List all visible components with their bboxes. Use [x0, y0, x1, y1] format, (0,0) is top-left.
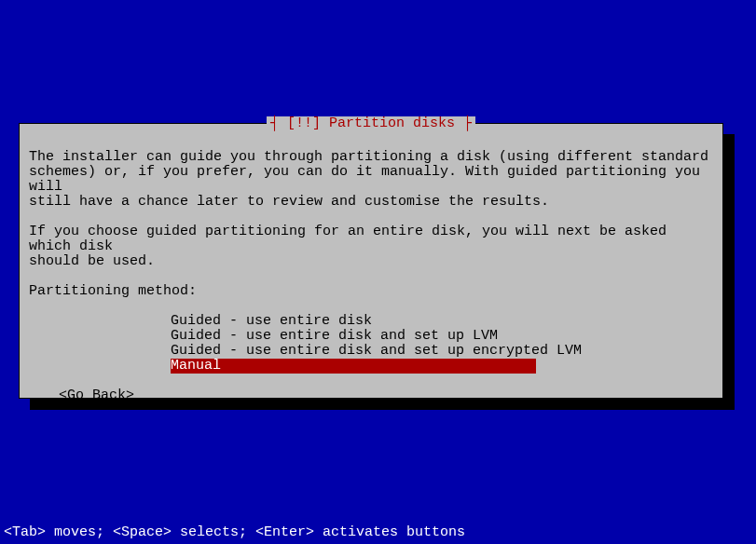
dialog-title: ┤ [!!] Partition disks ├ — [267, 116, 475, 131]
intro-paragraph-2: If you choose guided partitioning for an… — [29, 224, 713, 269]
dialog-content: The installer can guide you through part… — [20, 124, 722, 413]
option-guided-entire-disk[interactable]: Guided - use entire disk — [29, 314, 713, 329]
partitioning-method-prompt: Partitioning method: — [29, 284, 713, 299]
option-manual[interactable]: Manual — [29, 359, 713, 374]
partitioning-method-menu: Guided - use entire disk Guided - use en… — [29, 314, 713, 374]
partition-dialog: ┤ [!!] Partition disks ├ The installer c… — [19, 123, 723, 399]
keyboard-hint-footer: <Tab> moves; <Space> selects; <Enter> ac… — [4, 525, 465, 540]
option-guided-lvm[interactable]: Guided - use entire disk and set up LVM — [29, 329, 713, 344]
go-back-button[interactable]: <Go Back> — [59, 388, 713, 403]
option-guided-encrypted-lvm[interactable]: Guided - use entire disk and set up encr… — [29, 344, 713, 359]
intro-paragraph-1: The installer can guide you through part… — [29, 150, 713, 210]
